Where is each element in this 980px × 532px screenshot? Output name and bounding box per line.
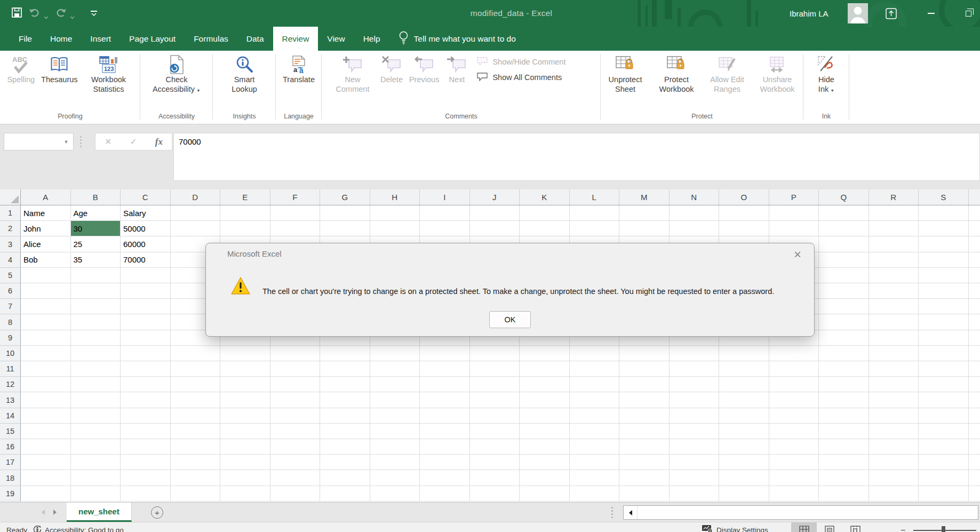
unprotect-sheet-button[interactable]: Unprotect Sheet (601, 52, 650, 94)
cell-C6[interactable] (121, 283, 171, 299)
cell-B7[interactable] (71, 299, 121, 314)
cell-R4[interactable] (869, 252, 919, 268)
column-header-Q[interactable]: Q (819, 189, 869, 205)
cell-F13[interactable] (270, 392, 321, 408)
cell-N12[interactable] (670, 377, 720, 392)
cell-I1[interactable] (420, 205, 470, 221)
cell-M16[interactable] (619, 439, 670, 455)
cell-K1[interactable] (520, 205, 570, 221)
translate-button[interactable]: aã Translate (280, 52, 318, 85)
select-all-corner[interactable] (0, 189, 21, 205)
cell-partial-3[interactable] (969, 236, 980, 252)
cell-B11[interactable] (71, 361, 121, 377)
horizontal-scrollbar[interactable] (623, 505, 978, 520)
cell-P11[interactable] (769, 361, 819, 377)
row-header-16[interactable]: 16 (0, 439, 21, 455)
status-accessibility[interactable]: Accessibility: Good to go (33, 525, 124, 532)
cell-A7[interactable] (21, 299, 71, 314)
cell-N19[interactable] (670, 486, 720, 502)
cell-B10[interactable] (71, 346, 121, 361)
new-comment-button[interactable]: New Comment (328, 52, 377, 94)
cell-K13[interactable] (520, 392, 570, 408)
cell-B8[interactable] (71, 314, 121, 330)
tab-data[interactable]: Data (237, 27, 273, 51)
cell-I18[interactable] (420, 470, 470, 486)
cell-H13[interactable] (370, 392, 420, 408)
cell-G16[interactable] (320, 439, 370, 455)
cell-C19[interactable] (121, 486, 171, 502)
cell-partial-16[interactable] (969, 439, 980, 455)
sheet-tab-active[interactable]: new_sheet (67, 503, 132, 522)
cell-E2[interactable] (220, 221, 270, 236)
cell-B19[interactable] (71, 486, 121, 502)
cell-D11[interactable] (171, 361, 221, 377)
cell-S15[interactable] (919, 424, 969, 439)
cell-partial-14[interactable] (969, 408, 980, 424)
cell-Q17[interactable] (819, 455, 869, 470)
cell-L14[interactable] (570, 408, 620, 424)
formula-input[interactable] (174, 133, 979, 150)
cell-R3[interactable] (869, 236, 919, 252)
cell-S6[interactable] (919, 283, 969, 299)
cell-I14[interactable] (420, 408, 470, 424)
cell-A11[interactable] (21, 361, 71, 377)
cell-Q15[interactable] (819, 424, 869, 439)
cell-Q9[interactable] (819, 330, 869, 346)
cell-M10[interactable] (619, 346, 670, 361)
column-header-M[interactable]: M (619, 189, 670, 205)
cell-C12[interactable] (121, 377, 171, 392)
cell-R2[interactable] (869, 221, 919, 236)
cell-J13[interactable] (470, 392, 520, 408)
check-accessibility-button[interactable]: Check Accessibility▼ (144, 52, 209, 95)
tab-help[interactable]: Help (354, 27, 389, 51)
name-box[interactable]: ▼ (4, 133, 74, 150)
row-header-4[interactable]: 4 (0, 252, 21, 268)
cell-O10[interactable] (719, 346, 769, 361)
cell-Q18[interactable] (819, 470, 869, 486)
cell-L13[interactable] (570, 392, 620, 408)
row-header-12[interactable]: 12 (0, 377, 21, 392)
cell-partial-13[interactable] (969, 392, 980, 408)
normal-view-button[interactable] (791, 522, 817, 532)
row-header-15[interactable]: 15 (0, 424, 21, 439)
cell-J18[interactable] (470, 470, 520, 486)
column-header-P[interactable]: P (769, 189, 819, 205)
cell-G15[interactable] (320, 424, 370, 439)
spelling-button[interactable]: ABC Spelling (4, 52, 38, 85)
cell-B2[interactable]: 30 (71, 221, 121, 236)
customize-quick-access-icon[interactable] (91, 9, 97, 18)
zoom-slider-handle[interactable] (942, 526, 945, 532)
cell-partial-5[interactable] (969, 268, 980, 283)
cell-Q5[interactable] (819, 268, 869, 283)
formula-bar-grip[interactable] (80, 136, 82, 147)
cell-C5[interactable] (121, 268, 171, 283)
cell-A6[interactable] (21, 283, 71, 299)
cell-C18[interactable] (121, 470, 171, 486)
page-layout-view-button[interactable] (817, 522, 842, 532)
cell-A5[interactable] (21, 268, 71, 283)
cell-H10[interactable] (370, 346, 420, 361)
cell-M11[interactable] (619, 361, 670, 377)
cell-A10[interactable] (21, 346, 71, 361)
cell-C10[interactable] (121, 346, 171, 361)
cell-B5[interactable] (71, 268, 121, 283)
column-header-F[interactable]: F (270, 189, 321, 205)
row-header-8[interactable]: 8 (0, 314, 21, 330)
cell-A2[interactable]: John (21, 221, 71, 236)
cell-I15[interactable] (420, 424, 470, 439)
cell-J10[interactable] (470, 346, 520, 361)
cell-S17[interactable] (919, 455, 969, 470)
cell-L10[interactable] (570, 346, 620, 361)
name-box-input[interactable] (4, 137, 59, 146)
cell-O14[interactable] (719, 408, 769, 424)
row-header-6[interactable]: 6 (0, 283, 21, 299)
cell-F17[interactable] (270, 455, 321, 470)
cell-C17[interactable] (121, 455, 171, 470)
cell-M12[interactable] (619, 377, 670, 392)
cell-G11[interactable] (320, 361, 370, 377)
row-header-14[interactable]: 14 (0, 408, 21, 424)
cell-M18[interactable] (619, 470, 670, 486)
cell-H12[interactable] (370, 377, 420, 392)
row-header-5[interactable]: 5 (0, 268, 21, 283)
cell-I13[interactable] (420, 392, 470, 408)
